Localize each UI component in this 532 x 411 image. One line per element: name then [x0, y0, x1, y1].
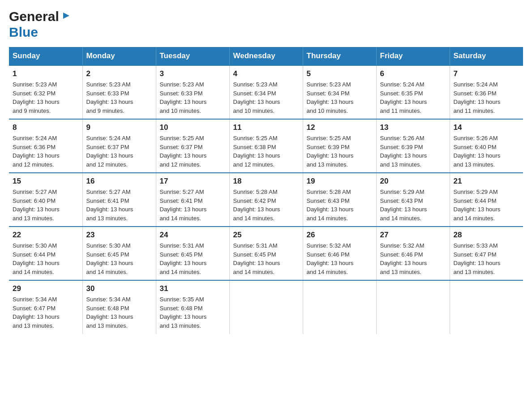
day-info: Sunrise: 5:31 AM Sunset: 6:45 PM Dayligh… [233, 241, 299, 276]
calendar-cell: 9 Sunrise: 5:24 AM Sunset: 6:37 PM Dayli… [82, 119, 156, 173]
calendar-cell: 15 Sunrise: 5:27 AM Sunset: 6:40 PM Dayl… [9, 173, 82, 227]
calendar-cell: 23 Sunrise: 5:30 AM Sunset: 6:45 PM Dayl… [82, 227, 156, 280]
day-number: 9 [86, 123, 152, 132]
calendar-week-row: 8 Sunrise: 5:24 AM Sunset: 6:36 PM Dayli… [9, 119, 523, 173]
day-info: Sunrise: 5:23 AM Sunset: 6:33 PM Dayligh… [86, 80, 152, 115]
day-info: Sunrise: 5:32 AM Sunset: 6:46 PM Dayligh… [380, 241, 446, 276]
day-number: 28 [454, 231, 520, 240]
calendar-cell: 11 Sunrise: 5:25 AM Sunset: 6:38 PM Dayl… [229, 119, 303, 173]
day-number: 19 [307, 177, 373, 186]
calendar-cell [376, 280, 450, 334]
day-number: 3 [160, 69, 226, 78]
col-header-monday: Monday [82, 47, 156, 65]
calendar-cell: 30 Sunrise: 5:34 AM Sunset: 6:48 PM Dayl… [82, 280, 156, 334]
day-number: 5 [307, 69, 373, 78]
day-number: 7 [454, 69, 520, 78]
col-header-sunday: Sunday [9, 47, 82, 65]
day-number: 27 [380, 231, 446, 240]
logo-blue: Blue [9, 25, 38, 39]
day-number: 24 [160, 231, 226, 240]
calendar-cell: 6 Sunrise: 5:24 AM Sunset: 6:35 PM Dayli… [376, 65, 450, 119]
calendar-cell: 17 Sunrise: 5:27 AM Sunset: 6:41 PM Dayl… [156, 173, 229, 227]
day-number: 6 [380, 69, 446, 78]
day-number: 1 [13, 69, 79, 78]
calendar-cell: 1 Sunrise: 5:23 AM Sunset: 6:32 PM Dayli… [9, 65, 82, 119]
day-info: Sunrise: 5:23 AM Sunset: 6:32 PM Dayligh… [13, 80, 79, 115]
day-number: 16 [86, 177, 152, 186]
calendar-cell: 22 Sunrise: 5:30 AM Sunset: 6:44 PM Dayl… [9, 227, 82, 280]
day-info: Sunrise: 5:32 AM Sunset: 6:46 PM Dayligh… [307, 241, 373, 276]
calendar-cell: 13 Sunrise: 5:26 AM Sunset: 6:39 PM Dayl… [376, 119, 450, 173]
day-number: 31 [160, 284, 226, 293]
day-info: Sunrise: 5:34 AM Sunset: 6:48 PM Dayligh… [86, 295, 152, 330]
day-info: Sunrise: 5:27 AM Sunset: 6:41 PM Dayligh… [86, 188, 152, 223]
calendar-week-row: 15 Sunrise: 5:27 AM Sunset: 6:40 PM Dayl… [9, 173, 523, 227]
calendar-week-row: 29 Sunrise: 5:34 AM Sunset: 6:47 PM Dayl… [9, 280, 523, 334]
day-info: Sunrise: 5:25 AM Sunset: 6:39 PM Dayligh… [307, 134, 373, 169]
col-header-wednesday: Wednesday [229, 47, 303, 65]
day-number: 29 [13, 284, 79, 293]
calendar-week-row: 1 Sunrise: 5:23 AM Sunset: 6:32 PM Dayli… [9, 65, 523, 119]
calendar-cell: 21 Sunrise: 5:29 AM Sunset: 6:44 PM Dayl… [450, 173, 523, 227]
logo: General Blue [9, 9, 70, 40]
calendar-cell [450, 280, 523, 334]
day-number: 20 [380, 177, 446, 186]
day-info: Sunrise: 5:30 AM Sunset: 6:45 PM Dayligh… [86, 241, 152, 276]
col-header-saturday: Saturday [450, 47, 523, 65]
day-number: 11 [233, 123, 299, 132]
calendar-header-row: SundayMondayTuesdayWednesdayThursdayFrid… [9, 47, 523, 65]
day-number: 14 [454, 123, 520, 132]
calendar-cell: 28 Sunrise: 5:33 AM Sunset: 6:47 PM Dayl… [450, 227, 523, 280]
day-info: Sunrise: 5:29 AM Sunset: 6:43 PM Dayligh… [380, 188, 446, 223]
day-info: Sunrise: 5:27 AM Sunset: 6:41 PM Dayligh… [160, 188, 226, 223]
day-info: Sunrise: 5:25 AM Sunset: 6:38 PM Dayligh… [233, 134, 299, 169]
calendar-cell: 20 Sunrise: 5:29 AM Sunset: 6:43 PM Dayl… [376, 173, 450, 227]
day-info: Sunrise: 5:23 AM Sunset: 6:33 PM Dayligh… [160, 80, 226, 115]
day-info: Sunrise: 5:25 AM Sunset: 6:37 PM Dayligh… [160, 134, 226, 169]
calendar-cell: 3 Sunrise: 5:23 AM Sunset: 6:33 PM Dayli… [156, 65, 229, 119]
col-header-tuesday: Tuesday [156, 47, 229, 65]
day-number: 26 [307, 231, 373, 240]
day-info: Sunrise: 5:30 AM Sunset: 6:44 PM Dayligh… [13, 241, 79, 276]
day-number: 10 [160, 123, 226, 132]
day-number: 22 [13, 231, 79, 240]
day-number: 21 [454, 177, 520, 186]
calendar-cell: 18 Sunrise: 5:28 AM Sunset: 6:42 PM Dayl… [229, 173, 303, 227]
calendar-cell: 25 Sunrise: 5:31 AM Sunset: 6:45 PM Dayl… [229, 227, 303, 280]
svg-marker-0 [63, 13, 69, 19]
day-number: 15 [13, 177, 79, 186]
day-info: Sunrise: 5:29 AM Sunset: 6:44 PM Dayligh… [454, 188, 520, 223]
day-info: Sunrise: 5:27 AM Sunset: 6:40 PM Dayligh… [13, 188, 79, 223]
day-number: 2 [86, 69, 152, 78]
page-header: General Blue [9, 9, 523, 40]
day-number: 8 [13, 123, 79, 132]
day-info: Sunrise: 5:24 AM Sunset: 6:36 PM Dayligh… [13, 134, 79, 169]
day-info: Sunrise: 5:28 AM Sunset: 6:42 PM Dayligh… [233, 188, 299, 223]
calendar-cell: 29 Sunrise: 5:34 AM Sunset: 6:47 PM Dayl… [9, 280, 82, 334]
day-info: Sunrise: 5:35 AM Sunset: 6:48 PM Dayligh… [160, 295, 226, 330]
calendar-cell: 7 Sunrise: 5:24 AM Sunset: 6:36 PM Dayli… [450, 65, 523, 119]
day-number: 30 [86, 284, 152, 293]
calendar-cell: 4 Sunrise: 5:23 AM Sunset: 6:34 PM Dayli… [229, 65, 303, 119]
day-number: 13 [380, 123, 446, 132]
day-info: Sunrise: 5:28 AM Sunset: 6:43 PM Dayligh… [307, 188, 373, 223]
calendar-cell: 12 Sunrise: 5:25 AM Sunset: 6:39 PM Dayl… [303, 119, 376, 173]
calendar-cell: 24 Sunrise: 5:31 AM Sunset: 6:45 PM Dayl… [156, 227, 229, 280]
day-number: 23 [86, 231, 152, 240]
logo-arrow-icon [60, 11, 70, 22]
calendar-week-row: 22 Sunrise: 5:30 AM Sunset: 6:44 PM Dayl… [9, 227, 523, 280]
day-info: Sunrise: 5:24 AM Sunset: 6:37 PM Dayligh… [86, 134, 152, 169]
calendar-cell: 27 Sunrise: 5:32 AM Sunset: 6:46 PM Dayl… [376, 227, 450, 280]
calendar-cell: 2 Sunrise: 5:23 AM Sunset: 6:33 PM Dayli… [82, 65, 156, 119]
calendar-table: SundayMondayTuesdayWednesdayThursdayFrid… [9, 47, 523, 334]
day-number: 25 [233, 231, 299, 240]
calendar-cell [229, 280, 303, 334]
calendar-cell [303, 280, 376, 334]
col-header-thursday: Thursday [303, 47, 376, 65]
calendar-cell: 19 Sunrise: 5:28 AM Sunset: 6:43 PM Dayl… [303, 173, 376, 227]
day-info: Sunrise: 5:24 AM Sunset: 6:35 PM Dayligh… [380, 80, 446, 115]
day-number: 17 [160, 177, 226, 186]
day-info: Sunrise: 5:31 AM Sunset: 6:45 PM Dayligh… [160, 241, 226, 276]
day-number: 12 [307, 123, 373, 132]
day-info: Sunrise: 5:33 AM Sunset: 6:47 PM Dayligh… [454, 241, 520, 276]
